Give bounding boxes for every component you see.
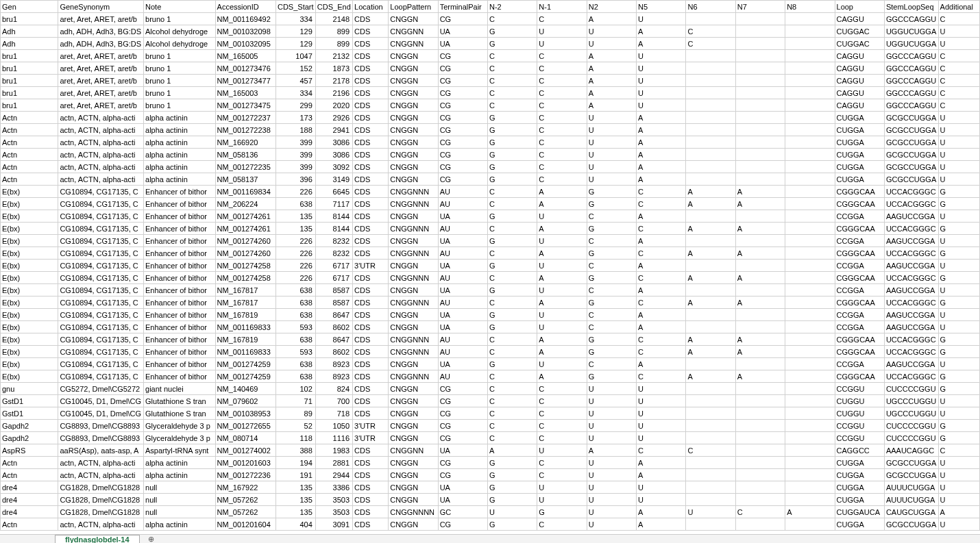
cell[interactable]: C: [637, 296, 686, 309]
cell[interactable]: NM_001272238: [215, 124, 275, 136]
cell[interactable]: CG10894, CG17135, C: [58, 284, 144, 296]
cell[interactable]: 593: [275, 346, 315, 358]
cell[interactable]: AU: [438, 223, 487, 235]
cell[interactable]: [785, 62, 835, 75]
cell[interactable]: CCGGA: [835, 321, 884, 333]
col-header-n8[interactable]: N8: [785, 1, 835, 13]
cell[interactable]: A: [537, 223, 587, 235]
cell[interactable]: G: [488, 358, 537, 370]
cell[interactable]: G: [587, 186, 636, 198]
cell[interactable]: UGGUCUGGA: [884, 25, 938, 38]
cell[interactable]: GGCCCAGGU: [884, 99, 938, 112]
cell[interactable]: G: [488, 235, 537, 247]
cell[interactable]: [785, 112, 835, 124]
cell[interactable]: G: [488, 309, 537, 321]
cell[interactable]: [735, 518, 785, 531]
col-header-looppattern[interactable]: LoopPattern: [389, 1, 438, 13]
cell[interactable]: NM_167922: [215, 481, 275, 494]
cell[interactable]: NM_001032095: [215, 38, 275, 50]
cell[interactable]: actn, ACTN, alpha-acti: [58, 173, 144, 186]
cell[interactable]: GCGCCUGGA: [884, 112, 938, 124]
cell[interactable]: CDS: [353, 210, 389, 223]
cell[interactable]: 102: [275, 383, 315, 395]
cell[interactable]: [785, 186, 835, 198]
cell[interactable]: CCGGU: [835, 420, 884, 432]
cell[interactable]: Enhancer of bithor: [144, 284, 216, 296]
cell[interactable]: CNGGN: [389, 284, 438, 296]
cell[interactable]: 334: [275, 87, 315, 99]
cell[interactable]: 593: [275, 321, 315, 333]
cell[interactable]: [785, 494, 835, 506]
cell[interactable]: CCGGA: [835, 309, 884, 321]
cell[interactable]: [735, 432, 785, 444]
cell[interactable]: AAGUCCGGA: [884, 309, 938, 321]
cell[interactable]: UA: [438, 284, 487, 296]
cell[interactable]: C: [587, 235, 636, 247]
cell[interactable]: aret, Aret, ARET, aret/b: [58, 50, 144, 62]
cell[interactable]: NM_001038953: [215, 407, 275, 420]
col-header-cds_start[interactable]: CDS_Start: [275, 1, 315, 13]
cell[interactable]: C: [488, 99, 537, 112]
cell[interactable]: A: [686, 198, 735, 210]
cell[interactable]: 1050: [315, 420, 352, 432]
cell[interactable]: A: [735, 296, 785, 309]
cell[interactable]: Actn: [1, 469, 58, 481]
cell[interactable]: U: [637, 432, 686, 444]
cell[interactable]: bruno 1: [144, 87, 216, 99]
cell[interactable]: A: [537, 346, 587, 358]
cell[interactable]: CDS: [353, 407, 389, 420]
cell[interactable]: [686, 13, 735, 25]
cell[interactable]: CG: [438, 124, 487, 136]
cell[interactable]: A: [537, 272, 587, 284]
cell[interactable]: CNGGN: [389, 161, 438, 173]
cell[interactable]: [686, 469, 735, 481]
cell[interactable]: CNGGN: [389, 13, 438, 25]
cell[interactable]: AU: [438, 198, 487, 210]
cell[interactable]: 2926: [315, 112, 352, 124]
cell[interactable]: 404: [275, 518, 315, 531]
cell[interactable]: bruno 1: [144, 75, 216, 87]
cell[interactable]: C: [488, 272, 537, 284]
cell[interactable]: [735, 321, 785, 333]
cell[interactable]: [735, 25, 785, 38]
cell[interactable]: aret, Aret, ARET, aret/b: [58, 62, 144, 75]
cell[interactable]: CG: [438, 395, 487, 407]
cell[interactable]: [686, 99, 735, 112]
cell[interactable]: null: [144, 506, 216, 518]
cell[interactable]: null: [144, 481, 216, 494]
sheet-tab-active[interactable]: flydnasglobdel-14: [55, 535, 140, 544]
cell[interactable]: Actn: [1, 518, 58, 531]
cell[interactable]: CDS: [353, 346, 389, 358]
cell[interactable]: A: [637, 284, 686, 296]
cell[interactable]: UGCCCUGGU: [884, 395, 938, 407]
cell[interactable]: G: [488, 260, 537, 272]
cell[interactable]: E(bx): [1, 309, 58, 321]
cell[interactable]: actn, ACTN, alpha-acti: [58, 518, 144, 531]
cell[interactable]: E(bx): [1, 296, 58, 309]
cell[interactable]: bruno 1: [144, 99, 216, 112]
cell[interactable]: CG10894, CG17135, C: [58, 296, 144, 309]
cell[interactable]: NM_057262: [215, 494, 275, 506]
cell[interactable]: [686, 173, 735, 186]
cell[interactable]: U: [637, 99, 686, 112]
cell[interactable]: [686, 235, 735, 247]
cell[interactable]: 8647: [315, 333, 352, 346]
col-header-n-1[interactable]: N-1: [537, 1, 587, 13]
cell[interactable]: CDS: [353, 321, 389, 333]
cell[interactable]: NM_001274261: [215, 223, 275, 235]
cell[interactable]: CNGGN: [389, 481, 438, 494]
cell[interactable]: U: [938, 149, 979, 161]
cell[interactable]: UCCACGGGC: [884, 186, 938, 198]
cell[interactable]: U: [637, 87, 686, 99]
cell[interactable]: UCCACGGGC: [884, 346, 938, 358]
cell[interactable]: 8647: [315, 309, 352, 321]
cell[interactable]: C: [488, 420, 537, 432]
cell[interactable]: A: [587, 62, 636, 75]
cell[interactable]: CUCCCCGGU: [884, 383, 938, 395]
cell[interactable]: U: [587, 481, 636, 494]
cell[interactable]: C: [488, 50, 537, 62]
cell[interactable]: bru1: [1, 13, 58, 25]
cell[interactable]: U: [587, 161, 636, 173]
cell[interactable]: CAGGU: [835, 50, 884, 62]
cell[interactable]: 8602: [315, 346, 352, 358]
